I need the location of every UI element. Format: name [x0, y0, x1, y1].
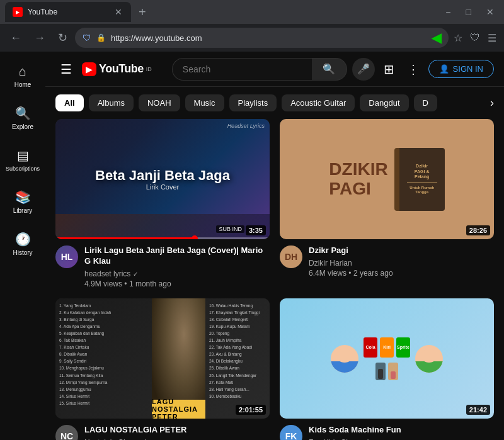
- sidebar-item-library[interactable]: 📚 Library: [0, 182, 45, 222]
- book-subtitle: Untuk Rumah Tangga: [403, 186, 441, 195]
- channel-avatar[interactable]: FK: [280, 425, 302, 440]
- channel-avatar[interactable]: DH: [280, 245, 302, 268]
- header-actions: 🎤 ⊞ ⋮ 👤 SIGN IN: [352, 58, 494, 81]
- fanta-can: Kiri: [380, 337, 394, 358]
- chip-albums[interactable]: Albums: [89, 94, 134, 111]
- hamburger-menu-button[interactable]: ☰: [55, 57, 77, 82]
- browser-tab[interactable]: YouTube ✕: [5, 2, 131, 22]
- address-bar[interactable]: 🛡 🔒 https://www.youtube.com ◀: [75, 28, 449, 48]
- kid-1: [331, 345, 358, 373]
- explore-icon: 🔍: [15, 106, 31, 121]
- sidebar-item-explore[interactable]: 🔍 Explore: [0, 98, 45, 138]
- forward-button[interactable]: →: [29, 29, 50, 47]
- tab-title: YouTube: [28, 8, 108, 16]
- chip-acoustic-guitar[interactable]: Acoustic Guitar: [282, 94, 355, 111]
- search-input[interactable]: [172, 58, 312, 81]
- address-bar-row: ← → ↻ 🛡 🔒 https://www.youtube.com ◀ ☆ 🛡 …: [0, 24, 504, 52]
- search-bar: 🔍: [172, 58, 347, 81]
- chip-playlists[interactable]: Playlists: [229, 94, 277, 111]
- person-portrait: LAGU NOSTALGIA PETER: [152, 298, 205, 419]
- progress-bar: [55, 237, 270, 239]
- chip-all[interactable]: All: [55, 94, 84, 111]
- duration-badge: 21:42: [466, 405, 490, 415]
- tab-bar: YouTube ✕ + − □ ✕: [0, 0, 504, 24]
- minimize-button[interactable]: −: [440, 4, 455, 20]
- thumb-subtitle: Lirik Cover: [146, 183, 180, 191]
- chip-noah[interactable]: NOAH: [139, 94, 180, 111]
- bookmark-button[interactable]: ☆: [451, 30, 465, 47]
- video-card[interactable]: Cola Kiri Sprite: [280, 298, 494, 440]
- sidebar-item-home[interactable]: ⌂ Home: [0, 57, 45, 96]
- sidebar-label-subscriptions: Subscriptions: [6, 166, 40, 172]
- chip-dangdut[interactable]: Dangdut: [360, 94, 408, 111]
- thumbnail: DZIKIRPAGI DzikirPAGI &Petang Untuk Ruma…: [280, 119, 494, 239]
- sprite-can: Sprite: [396, 337, 410, 358]
- video-card[interactable]: 1. Yang Terdalam 2. Ku Katakan dengan In…: [55, 298, 270, 440]
- video-title: Kids Soda Machine Fun: [309, 425, 494, 436]
- chip-music[interactable]: Music: [185, 94, 224, 111]
- thumbnail: Headset Lyrics Beta Janji Beta Jaga Liri…: [55, 119, 270, 239]
- duration-badge: 3:35: [246, 225, 266, 235]
- playlist-left: 1. Yang Terdalam 2. Ku Katakan dengan In…: [55, 298, 152, 419]
- progress-fill: [55, 237, 195, 239]
- video-title: Dzikr Pagi: [309, 245, 494, 256]
- video-meta: Kids Soda Machine Fun Fun Kids Channel 1…: [309, 425, 494, 440]
- thumb-title-overlay: LAGU NOSTALGIA PETER: [152, 398, 205, 419]
- duration-badge: 2:01:55: [236, 405, 266, 415]
- video-stats: 4.9M views • 1 month ago: [84, 279, 270, 288]
- verified-icon: ✓: [133, 271, 138, 278]
- chips-scroll-right[interactable]: ›: [490, 96, 494, 110]
- yt-logo-icon: [82, 62, 96, 76]
- close-button[interactable]: ✕: [481, 4, 499, 20]
- video-card[interactable]: Headset Lyrics Beta Janji Beta Jaga Liri…: [55, 119, 270, 288]
- channel-avatar[interactable]: NC: [55, 425, 78, 440]
- tab-close-icon[interactable]: ✕: [113, 6, 123, 18]
- thumbnail: 1. Yang Terdalam 2. Ku Katakan dengan In…: [55, 298, 270, 419]
- home-icon: ⌂: [19, 64, 26, 79]
- subscriptions-icon: ▤: [17, 148, 29, 163]
- video-meta: Dzikr Pagi Dzikir Harian 6.4M views • 2 …: [309, 245, 494, 278]
- video-info: HL Lirik Lagu Beta Janji Beta Jaga (Cove…: [55, 245, 270, 288]
- video-title: Lirik Lagu Beta Janji Beta Jaga (Cover)|…: [84, 245, 270, 267]
- grid-button[interactable]: ⊞: [380, 58, 398, 81]
- address-text: https://www.youtube.com: [111, 33, 427, 43]
- sign-in-button[interactable]: 👤 SIGN IN: [428, 60, 494, 78]
- refresh-button[interactable]: ↻: [53, 28, 72, 47]
- video-meta: Lirik Lagu Beta Janji Beta Jaga (Cover)|…: [84, 245, 270, 288]
- yt-header: ☰ YouTubeID 🔍 🎤 ⊞ ⋮ 👤 SIGN IN: [45, 52, 504, 87]
- video-info: FK Kids Soda Machine Fun Fun Kids Channe…: [280, 425, 494, 440]
- sidebar-label-history: History: [13, 249, 32, 256]
- address-actions: ☆ 🛡 ☰: [451, 30, 499, 47]
- book-title: DzikirPAGI &Petang: [415, 164, 430, 179]
- cola-can: Cola: [364, 337, 377, 358]
- duration-badge: 28:26: [466, 225, 490, 235]
- thumbnail: Cola Kiri Sprite: [280, 298, 494, 419]
- playlist-right: 16. Walau Habis Terang 17. Khayalan Ting…: [205, 298, 270, 419]
- new-tab-button[interactable]: +: [134, 3, 151, 22]
- yt-logo[interactable]: YouTubeID: [82, 62, 152, 76]
- shield-action-button[interactable]: 🛡: [467, 30, 483, 47]
- sidebar-label-library: Library: [13, 207, 33, 214]
- green-arrow-icon: ◀: [432, 30, 441, 45]
- channel-avatar[interactable]: HL: [55, 245, 78, 268]
- mic-button[interactable]: 🎤: [352, 58, 375, 81]
- menu-button[interactable]: ☰: [485, 30, 499, 47]
- maximize-button[interactable]: □: [461, 4, 476, 20]
- thumb-text: DZIKIRPAGI: [329, 160, 387, 199]
- back-button[interactable]: ←: [5, 29, 26, 47]
- browser-chrome: YouTube ✕ + − □ ✕ ← → ↻ 🛡 🔒 https://www.…: [0, 0, 504, 52]
- channel-name: Dzikir Harian: [309, 259, 494, 268]
- sidebar-item-subscriptions[interactable]: ▤ Subscriptions: [0, 140, 45, 179]
- search-submit-button[interactable]: 🔍: [312, 58, 347, 81]
- chip-d[interactable]: D: [414, 94, 437, 111]
- progress-dot: [192, 235, 198, 240]
- sidebar-item-history[interactable]: 🕐 History: [0, 224, 45, 264]
- sub-ind-label: SUB IND: [216, 225, 244, 233]
- header-wrap: ☰ YouTubeID 🔍 🎤 ⊞ ⋮ 👤 SIGN IN: [45, 52, 504, 119]
- shield-icon: 🛡: [83, 33, 91, 43]
- yt-app: ⌂ Home 🔍 Explore ▤ Subscriptions 📚 Libra…: [0, 52, 504, 440]
- more-options-button[interactable]: ⋮: [403, 58, 423, 81]
- thumb-watermark: Headset Lyrics: [227, 123, 265, 129]
- video-card[interactable]: DZIKIRPAGI DzikirPAGI &Petang Untuk Ruma…: [280, 119, 494, 288]
- history-icon: 🕐: [15, 232, 31, 247]
